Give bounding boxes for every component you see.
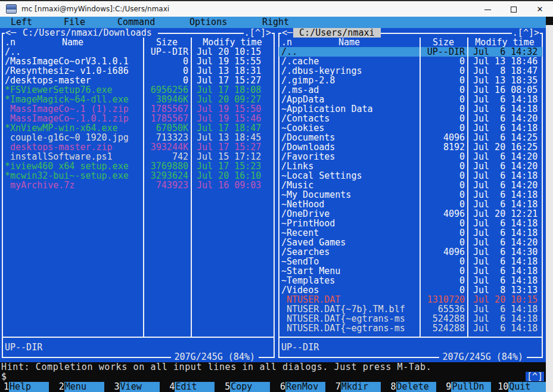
menu-item-options[interactable]: Options xyxy=(189,17,227,27)
file-row[interactable]: *iview460_x64_setup.exe3769880Jul 17 15:… xyxy=(2,161,274,171)
file-row[interactable]: NTUSER.DAT{~egtrans-ms524288Jul 6 14:18 xyxy=(279,323,542,333)
file-mtime: Jul 6 14:30 xyxy=(467,247,542,257)
file-row[interactable]: /..UP--DIRJul 20 10:15 xyxy=(2,47,274,57)
file-row[interactable]: ~SendTo0Jul 6 14:18 xyxy=(279,257,542,266)
file-name: couple-g16c~0_1920.jpg xyxy=(2,133,143,142)
file-row[interactable]: /Links0Jul 6 14:20 xyxy=(279,161,542,171)
close-button[interactable]: ✕ xyxy=(527,1,553,18)
fnkey-label: Copy xyxy=(230,382,270,392)
maximize-button[interactable] xyxy=(501,1,527,18)
file-row[interactable]: ~PrintHood0Jul 6 14:18 xyxy=(279,219,542,228)
file-row[interactable]: *FSViewerSetup76.exe6956256Jul 17 18:08 xyxy=(2,85,274,95)
file-row[interactable]: /Downloads8192Jul 20 16:25 xyxy=(279,142,542,152)
file-row[interactable]: /Contacts0Jul 6 14:20 xyxy=(279,114,542,123)
file-row[interactable]: ~Recent0Jul 6 14:18 xyxy=(279,228,542,238)
file-row[interactable]: ~Cookies0Jul 6 14:18 xyxy=(279,123,542,133)
file-size: UP--DIR xyxy=(143,47,191,57)
file-row[interactable]: /.cache0Jul 13 18:46 xyxy=(279,57,542,66)
file-mtime: Jul 6 14:20 xyxy=(467,152,542,161)
file-row[interactable]: ~My Documents0Jul 6 14:18 xyxy=(279,190,542,200)
size-column-header[interactable]: Size xyxy=(420,38,467,47)
file-row[interactable]: /.dbus-keyrings0Jul 8 18:47 xyxy=(279,66,542,76)
file-row[interactable]: *ImageMagick~64-dll.exe38946KJul 20 09:2… xyxy=(2,95,274,104)
right-panel-path[interactable]: C:/Users/nmaxi xyxy=(293,28,381,38)
file-row[interactable]: /.ms-ad0Jul 16 08:05 xyxy=(279,85,542,95)
file-row[interactable]: MassImageCo~.1.0.1.zip1785567Jul 19 15:4… xyxy=(2,114,274,123)
fnkey-edit[interactable]: 4Edit xyxy=(166,382,221,392)
file-size: 65536 xyxy=(420,304,467,314)
file-row[interactable]: /Favorites0Jul 6 14:20 xyxy=(279,152,542,161)
file-mtime: Jul 6 14:18 xyxy=(467,304,542,314)
terminal-scrollbar[interactable] xyxy=(546,17,553,392)
file-row[interactable]: ~Application Data0Jul 6 14:18 xyxy=(279,104,542,114)
file-mtime: Jul 8 18:47 xyxy=(467,66,542,76)
fnkey-renmov[interactable]: 6RenMov xyxy=(276,382,332,392)
fnkey-pulldn[interactable]: 9PullDn xyxy=(442,382,498,392)
minimize-button[interactable] xyxy=(474,1,501,18)
file-mtime: Jul 13 18:35 xyxy=(467,76,542,85)
file-row[interactable]: /OneDrive4096Jul 20 12:21 xyxy=(279,209,542,219)
file-size: 8192 xyxy=(420,142,467,152)
file-name: /desktops-master xyxy=(2,76,143,85)
mtime-column-header[interactable]: Modify time xyxy=(191,38,274,47)
menu-item-left[interactable]: Left xyxy=(11,17,32,27)
file-row[interactable]: /Searches4096Jul 6 14:30 xyxy=(279,247,542,257)
panel-scroll-left-icon[interactable]: <─ xyxy=(281,28,293,38)
file-row[interactable]: NTUSER.DAT{~egtrans-ms524288Jul 6 14:18 xyxy=(279,314,542,323)
name-column-header[interactable]: .nName xyxy=(279,38,420,47)
file-size: 0 xyxy=(420,95,467,104)
fnkey-mkdir[interactable]: 7Mkdir xyxy=(332,382,387,392)
menu-item-file[interactable]: File xyxy=(64,17,85,27)
file-size: 0 xyxy=(420,104,467,114)
file-name: /Links xyxy=(279,161,420,171)
menu-item-right[interactable]: Right xyxy=(262,17,289,27)
file-row[interactable]: NTUSER.DAT1310720Jul 20 10:15 xyxy=(279,295,542,304)
file-row[interactable]: MassImageCo~.1 (1).zip1785567Jul 19 15:5… xyxy=(2,104,274,114)
file-row[interactable]: ~Templates0Jul 6 14:18 xyxy=(279,276,542,285)
file-row[interactable]: /.gimp-2.80Jul 13 18:35 xyxy=(279,76,542,85)
file-row[interactable]: desktops-master.zip393244KJul 17 15:27 xyxy=(2,142,274,152)
file-row[interactable]: installSoftware.ps1742Jul 15 17:12 xyxy=(2,152,274,161)
file-row[interactable]: ~NetHood0Jul 6 14:18 xyxy=(279,200,542,209)
file-row[interactable]: ~Start Menu0Jul 6 14:18 xyxy=(279,266,542,276)
fnkey-quit[interactable]: 10Quit xyxy=(498,382,553,392)
file-row[interactable]: ~Local Settings0Jul 6 14:18 xyxy=(279,171,542,181)
name-column-header[interactable]: .nName xyxy=(2,38,143,47)
size-column-header[interactable]: Size xyxy=(143,38,191,47)
file-row[interactable]: couple-g16c~0_1920.jpg713323Jul 13 18:45 xyxy=(2,133,274,142)
file-name: MassImageCo~.1 (1).zip xyxy=(2,104,143,114)
file-row[interactable]: /MassImageCo~orV3.1.0.10Jul 19 15:55 xyxy=(2,57,274,66)
file-size: 0 xyxy=(420,171,467,181)
file-mtime: Jul 6 14:18 xyxy=(467,190,542,200)
left-panel-path[interactable]: C:/Users/nmaxi/Downloads xyxy=(17,28,158,38)
file-row[interactable]: *XnViewMP-win-x64.exe67050KJul 17 18:47 xyxy=(2,123,274,133)
fnkey-delete[interactable]: 8Delete xyxy=(387,382,443,392)
column-separator xyxy=(143,38,144,337)
fnkey-menu[interactable]: 2Menu xyxy=(55,382,111,392)
history-up-button[interactable]: [^] xyxy=(526,372,544,381)
file-mtime: Jul 17 15:27 xyxy=(191,142,274,152)
panel-updir-button[interactable]: .[^]> xyxy=(512,28,540,38)
mtime-column-header[interactable]: Modify time xyxy=(467,38,542,47)
file-row[interactable]: *mcwin32-bui~-setup.exe3293624Jul 20 16:… xyxy=(2,171,274,181)
panel-updir-button[interactable]: .[^]> xyxy=(244,28,272,38)
fnkey-help[interactable]: 1Help xyxy=(0,382,55,392)
panel-scroll-left-icon[interactable]: <─ xyxy=(5,28,17,38)
file-row[interactable]: /Saved Games0Jul 6 14:20 xyxy=(279,238,542,247)
file-name: installSoftware.ps1 xyxy=(2,152,143,161)
file-row[interactable]: NTUSER.DAT{~7b}.TM.blf65536Jul 6 14:18 xyxy=(279,304,542,314)
file-row[interactable]: /desktops-master0Jul 17 15:27 xyxy=(2,76,274,85)
command-line[interactable]: $ [^] xyxy=(0,372,553,382)
file-size: 0 xyxy=(143,76,191,85)
menu-item-command[interactable]: Command xyxy=(117,17,155,27)
file-row[interactable]: /Music0Jul 6 14:20 xyxy=(279,181,542,190)
file-row[interactable]: /Documents4096Jul 6 14:25 xyxy=(279,133,542,142)
file-row[interactable]: /..UP--DIRJul 6 14:32 xyxy=(279,47,542,57)
scrollbar-thumb[interactable] xyxy=(546,17,553,25)
file-row[interactable]: /AppData0Jul 6 14:18 xyxy=(279,95,542,104)
fnkey-view[interactable]: 3View xyxy=(111,382,166,392)
fnkey-copy[interactable]: 5Copy xyxy=(221,382,276,392)
file-row[interactable]: /Videos0Jul 8 13:13 xyxy=(279,285,542,295)
file-row[interactable]: /Resynthesiz~_v1.0-i6860Jul 13 18:31 xyxy=(2,66,274,76)
file-row[interactable]: myArchive.7z743923Jul 16 09:03 xyxy=(2,181,274,190)
